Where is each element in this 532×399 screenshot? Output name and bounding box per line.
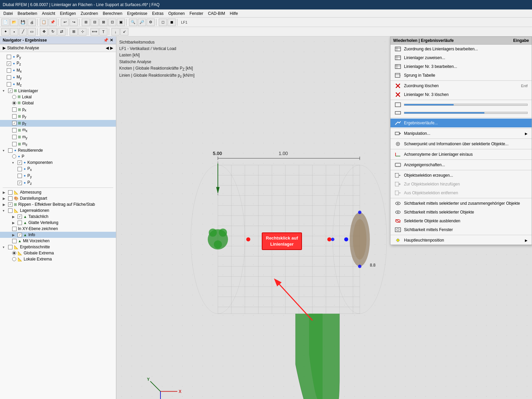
nav-item-global[interactable]: ⊞ Global <box>0 100 116 106</box>
tb-mirror[interactable]: ⇄ <box>57 28 66 35</box>
tb-open[interactable]: 📂 <box>10 19 18 26</box>
nav-checkbox-linienlager[interactable] <box>8 89 12 93</box>
nav-checkbox-rippen[interactable] <box>8 202 12 207</box>
ctx-item-anzeige[interactable]: Anzeigeigenschaften... <box>390 160 532 169</box>
ctx-item-licht[interactable]: Hauptleuchtenposition ▶ <box>390 236 532 245</box>
tb-line[interactable]: ╱ <box>19 28 27 35</box>
tb-undo[interactable]: ↩ <box>61 19 69 26</box>
ctx-item-linienlager-3-loeschen[interactable]: Linienlager Nr. 3 löschen <box>390 90 532 99</box>
ctx-item-zuordnung-loeschen[interactable]: Zuordnung löschen Entf <box>390 81 532 90</box>
tb-snap[interactable]: ⊹ <box>78 28 86 35</box>
nav-checkbox-mz[interactable] <box>7 82 11 86</box>
ctx-slider-2[interactable] <box>404 112 528 114</box>
nav-item-lokal[interactable]: ⊞ Lokal <box>0 94 116 100</box>
nav-item-pz[interactable]: ✦ Pz <box>0 60 116 67</box>
menu-bearbeiten[interactable]: Bearbeiten <box>16 10 39 17</box>
nav-checkbox-ergebnisschnitte[interactable] <box>8 245 12 249</box>
tb-save[interactable]: 💾 <box>19 19 27 26</box>
nav-checkbox-xy[interactable] <box>12 227 17 231</box>
ctx-item-sel-erzeugen[interactable]: Objektselektion erzeugen... <box>390 171 532 180</box>
menu-cad-bim[interactable]: CAD-BIM <box>206 10 227 17</box>
tb-grid[interactable]: ⊞ <box>70 28 78 35</box>
nav-item-globale-extrema[interactable]: 📐 Globale Extrema <box>0 250 116 256</box>
tb-area[interactable]: ▭ <box>28 28 36 35</box>
nav-radio-globale-extrema[interactable] <box>12 251 16 255</box>
nav-item-info[interactable]: ▶ ▲ Info <box>0 232 116 238</box>
nav-close-icon[interactable]: ✕ <box>110 38 113 43</box>
tb-load1[interactable]: ↓ <box>111 28 120 35</box>
nav-checkbox-mx-lin[interactable] <box>12 128 17 132</box>
nav-checkbox-abmessung[interactable] <box>8 190 12 195</box>
tb-view1[interactable]: ⊞ <box>82 19 90 26</box>
menu-datei[interactable]: Datei <box>1 10 15 17</box>
tb-move[interactable]: ✥ <box>40 28 48 35</box>
ctx-slider-1[interactable] <box>404 104 528 106</box>
nav-item-xy[interactable]: In XY-Ebene zeichnen <box>0 226 116 232</box>
tb-rotate[interactable]: ↻ <box>49 28 57 35</box>
nav-arrow-right[interactable]: ▶ <box>110 46 113 50</box>
nav-section-linienlager[interactable]: ▾ ⊞ Linienlager <box>0 88 116 94</box>
nav-pin-icon[interactable]: 📌 <box>103 38 108 43</box>
nav-arrow-left[interactable]: ◀ <box>106 46 109 50</box>
nav-item-pz-lin[interactable]: ⊞ pz <box>0 120 116 127</box>
tb-new[interactable]: 📄 <box>1 19 9 26</box>
nav-section-abmessung[interactable]: ▶ 📐 Abmessung <box>0 189 116 195</box>
nav-item-py[interactable]: ✦ Py <box>0 53 116 60</box>
nav-checkbox-glatte[interactable] <box>18 221 22 225</box>
tb-node[interactable]: • <box>10 28 18 35</box>
nav-section-darstellungsart[interactable]: ▶ 🎨 Darstellungsart <box>0 195 116 201</box>
tb-select[interactable]: ✦ <box>1 28 9 35</box>
tb-print[interactable]: 🖨 <box>28 19 36 26</box>
nav-checkbox-mz-lin[interactable] <box>12 142 17 146</box>
ctx-item-linienlager-3-bearbeiten[interactable]: Linienlager Nr. 3 bearbeiten... <box>390 62 532 71</box>
nav-checkbox-komponenten[interactable] <box>18 160 22 165</box>
nav-section-lagerreaktionen[interactable]: ▾ 📐 Lagerreaktionen <box>0 207 116 214</box>
nav-radio-global[interactable] <box>12 101 16 105</box>
nav-item-lokale-extrema[interactable]: 📐 Lokale Extrema <box>0 256 116 262</box>
nav-checkbox-darstellungsart[interactable] <box>8 196 12 201</box>
tb-dim[interactable]: ⟺ <box>91 28 99 35</box>
tb-zoom-in[interactable]: 🔍 <box>129 19 137 26</box>
nav-checkbox-px-komp[interactable] <box>18 167 22 171</box>
ctx-item-linienlager-zuweisen[interactable]: Linienlager zuweisen... <box>390 53 532 62</box>
nav-checkbox-py[interactable] <box>7 55 11 59</box>
nav-checkbox-my[interactable] <box>7 75 11 80</box>
tb-render1[interactable]: ◻ <box>159 19 167 26</box>
menu-fenster[interactable]: Fenster <box>187 10 205 17</box>
nav-item-px-komp[interactable]: ✦ Px <box>0 166 116 172</box>
nav-checkbox-my-lin[interactable] <box>12 135 17 139</box>
tb-redo[interactable]: ↪ <box>70 19 78 26</box>
nav-checkbox-px-lin[interactable] <box>12 107 17 112</box>
ctx-item-ausblenden[interactable]: Selektierte Objekte ausblenden <box>390 217 532 225</box>
tb-text[interactable]: T <box>99 28 107 35</box>
nav-item-py-komp[interactable]: ✦ Py <box>0 173 116 179</box>
ctx-item-sprung-tabelle[interactable]: Sprung in Tabelle <box>390 71 532 80</box>
nav-section-ergebnisschnitte[interactable]: ▾ 📐 Ergebnisschnitte <box>0 244 116 250</box>
nav-checkbox-pz[interactable] <box>7 61 11 66</box>
nav-item-p-res[interactable]: ✦ P <box>0 153 116 159</box>
nav-item-py-lin[interactable]: ⊞ py <box>0 113 116 120</box>
tb-load2[interactable]: ↙ <box>120 28 128 35</box>
nav-checkbox-resultierende[interactable] <box>8 148 12 153</box>
nav-checkbox-pz-lin[interactable] <box>12 121 17 125</box>
nav-checkbox-mx[interactable] <box>7 68 11 73</box>
nav-checkbox-py-lin[interactable] <box>12 114 17 119</box>
ctx-item-manipulation[interactable]: Manipulation... ▶ <box>390 129 532 138</box>
nav-item-my[interactable]: ✦ My <box>0 74 116 81</box>
tb-view2[interactable]: ⊟ <box>91 19 99 26</box>
tb-paste[interactable]: 📌 <box>49 19 57 26</box>
tb-view5[interactable]: ▣ <box>117 19 125 26</box>
nav-item-my-lin[interactable]: ⊞ my <box>0 134 116 141</box>
nav-item-px-lin[interactable]: ⊞ px <box>0 106 116 113</box>
tb-copy[interactable]: 📋 <box>40 19 48 26</box>
nav-checkbox-py-komp[interactable] <box>18 174 22 178</box>
nav-section-glatte[interactable]: ▶ ▲ Glatte Verteilung <box>0 220 116 226</box>
nav-item-pz-komp[interactable]: ✦ Pz <box>0 179 116 186</box>
menu-extras[interactable]: Extras <box>150 10 166 17</box>
nav-radio-p-res[interactable] <box>12 154 16 158</box>
nav-checkbox-vorzeichen[interactable] <box>12 239 17 243</box>
nav-checkbox-info[interactable] <box>18 233 22 237</box>
tb-view4[interactable]: ⊡ <box>108 19 116 26</box>
ctx-item-ergebnisverlaeufe[interactable]: Ergebnisverläufe... <box>390 119 532 127</box>
ctx-item-achsensysteme[interactable]: Achsensyteme der Linienlager ein/aus <box>390 150 532 159</box>
